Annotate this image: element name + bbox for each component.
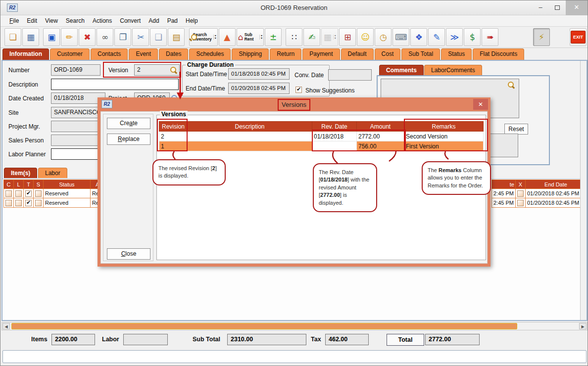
version-row-selected[interactable]: 1 756.00 First Version [159, 141, 484, 151]
checkbox-s[interactable] [35, 190, 42, 197]
delete-button[interactable]: ✖ [79, 28, 96, 46]
menu-pad[interactable]: Pad [163, 16, 182, 25]
start-time-cell: 2:45 PM [492, 189, 516, 198]
smiley-button[interactable]: ☺ [357, 28, 374, 46]
paste-icon: ▤ [172, 33, 180, 42]
title-bar: R2 ORD-1069 Reservation – ✕ [0, 0, 588, 15]
version-search-icon[interactable] [170, 66, 177, 74]
checkbox-c[interactable] [5, 200, 12, 206]
scroll-right-arrow[interactable]: ▶ [579, 323, 587, 329]
tab-labor-comments[interactable]: LaborComments [424, 65, 482, 75]
col-date-partial: te [492, 180, 516, 189]
menu-edit[interactable]: Edit [23, 16, 41, 25]
tab-labor[interactable]: Labor [38, 168, 67, 178]
items-total-label: Items [31, 336, 48, 343]
menu-actions[interactable]: Actions [89, 16, 116, 25]
money-notes-button[interactable]: $ [464, 28, 481, 46]
tab-information[interactable]: Information [2, 48, 49, 60]
dialog-close-button[interactable]: ✕ [473, 99, 488, 110]
money-transfer-button[interactable]: ≫ [446, 28, 463, 46]
checkbox-t[interactable] [25, 190, 32, 197]
menu-search[interactable]: Search [62, 16, 89, 25]
comments-search-icon[interactable] [507, 81, 515, 89]
find-button[interactable]: ∞ [97, 28, 113, 46]
checkbox-l[interactable] [15, 190, 22, 197]
close-dialog-button[interactable]: Close [107, 248, 150, 260]
checkbox-l[interactable] [15, 200, 22, 206]
tab-contacts[interactable]: Contacts [91, 48, 128, 60]
new-order-button[interactable]: ❏ [4, 28, 21, 46]
close-button[interactable]: ✕ [566, 0, 588, 15]
reset-button[interactable]: Reset [504, 124, 528, 135]
search-inventory-button[interactable]: Search Inventory▾▾ [189, 28, 218, 46]
paste-special-button[interactable]: ❐ [114, 28, 131, 46]
paste-button[interactable]: ▤ [168, 28, 185, 46]
menu-help[interactable]: Help [182, 16, 202, 25]
sub-rent-button[interactable]: ⌂Sub Rent▾▾ [237, 28, 264, 46]
amount-cell: 2772.00 [357, 132, 404, 141]
menu-view[interactable]: View [41, 16, 62, 25]
status-cell: Reserved [44, 189, 91, 198]
show-suggestions-checkbox[interactable] [295, 87, 302, 93]
window-title: ORD-1069 Reservation [0, 0, 588, 15]
checkbox-t[interactable] [25, 200, 32, 206]
print-button[interactable]: ▦ [22, 28, 39, 46]
menu-convert[interactable]: Convert [116, 16, 145, 25]
tab-shipping[interactable]: Shipping [232, 48, 269, 60]
scroll-left-arrow[interactable]: ◀ [2, 323, 10, 329]
tab-flat-discounts[interactable]: Flat Discounts [473, 48, 524, 60]
tab-status[interactable]: Status [441, 48, 472, 60]
tab-dates[interactable]: Dates [159, 48, 188, 60]
menu-add[interactable]: Add [145, 16, 163, 25]
org-chart-button[interactable]: ⊞ [339, 28, 356, 46]
folder-clock-button[interactable]: ◷ [375, 28, 392, 46]
tab-sub-total[interactable]: Sub Total [401, 48, 440, 60]
cut-button[interactable]: ✂ [132, 28, 149, 46]
tab-comments[interactable]: Comments [379, 65, 424, 75]
copy-button[interactable]: ❑ [150, 28, 167, 46]
show-suggestions-label: Show Suggestions [305, 87, 354, 94]
checkbox-c[interactable] [5, 190, 12, 197]
horizontal-scrollbar[interactable]: ◀ ▶ [1, 322, 588, 330]
quick-actions-button[interactable]: ⚡ [533, 28, 550, 46]
date-row[interactable]: 2:45 PM 01/20/2018 02:45 PM [492, 198, 587, 208]
start-time-cell: 2:45 PM [492, 198, 516, 208]
tab-default[interactable]: Default [341, 48, 374, 60]
replace-button[interactable]: Replace [107, 134, 150, 145]
vertical-scrollbar[interactable] [580, 61, 587, 320]
save-button[interactable]: ▣ [43, 28, 60, 46]
maximize-button[interactable] [549, 0, 566, 15]
search-inventory-dropdown-icon[interactable]: ▾▾ [213, 35, 216, 40]
tab-schedules[interactable]: Schedules [189, 48, 231, 60]
add-remove-button[interactable]: ± [265, 28, 282, 46]
tab-payment[interactable]: Payment [302, 48, 340, 60]
sub-rent-icon: ⌂ [238, 33, 244, 42]
sub-rent-dropdown-icon[interactable]: ▾▾ [259, 35, 262, 40]
tab-event[interactable]: Event [129, 48, 158, 60]
menu-file[interactable]: File [5, 16, 23, 25]
calendar-dropdown-icon[interactable]: ▾▾ [333, 35, 336, 40]
create-button[interactable]: Create [107, 118, 150, 129]
shapes-button[interactable]: ▲ [219, 28, 236, 46]
tab-items[interactable]: Item(s) [4, 168, 37, 178]
write-pad-button[interactable]: ✎ [428, 28, 445, 46]
revision-cell: 1 [159, 141, 188, 151]
date-row[interactable]: 2:45 PM 01/20/2018 02:45 PM [492, 189, 587, 198]
truck-button[interactable]: ➠ [482, 28, 498, 46]
scrollbar-thumb[interactable] [11, 323, 517, 329]
checkbox-x[interactable] [517, 190, 524, 197]
keyboard-button[interactable]: ⌨ [392, 28, 409, 46]
query-contacts-button[interactable]: ∷ [286, 28, 302, 46]
checkbox-s[interactable] [35, 200, 42, 206]
version-row[interactable]: 2 01/18/2018 2772.00 Second Version [159, 132, 484, 141]
description-field[interactable] [51, 79, 179, 90]
minimize-button[interactable]: – [532, 0, 549, 15]
exit-button[interactable]: EXIT [570, 28, 587, 46]
checkbox-x[interactable] [517, 200, 524, 206]
tab-cost[interactable]: Cost [375, 48, 401, 60]
edit-button[interactable]: ✏ [61, 28, 78, 46]
tab-return[interactable]: Return [270, 48, 301, 60]
tab-customer[interactable]: Customer [50, 48, 90, 60]
cubes-button[interactable]: ❖ [410, 28, 427, 46]
notes-button[interactable]: ✍ [303, 28, 320, 46]
